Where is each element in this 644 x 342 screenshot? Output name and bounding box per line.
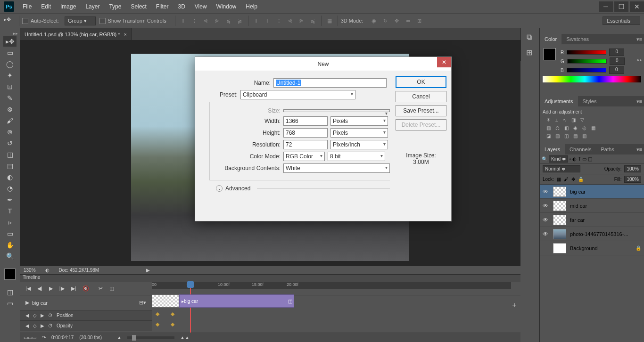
- width-unit-dropdown[interactable]: Pixels: [330, 116, 388, 126]
- split-icon[interactable]: ✂: [99, 285, 103, 292]
- document-tab[interactable]: Untitled-1.psd @ 130% (big car, RGB/8) *…: [20, 28, 132, 41]
- key-add-icon[interactable]: ◇: [33, 323, 37, 328]
- dodge-tool[interactable]: ◔: [3, 183, 17, 194]
- resolution-unit-dropdown[interactable]: Pixels/Inch: [330, 140, 388, 149]
- distribute-icon[interactable]: ⫴: [251, 16, 262, 26]
- next-frame-icon[interactable]: |▶: [59, 285, 65, 292]
- keyframe-icon[interactable]: ◆: [171, 311, 174, 317]
- stopwatch-icon[interactable]: ⏱: [48, 313, 53, 318]
- distribute-icon[interactable]: ⫹: [308, 16, 318, 26]
- zoom-tool[interactable]: 🔍: [3, 251, 17, 261]
- 3d-move-icon[interactable]: ✥: [391, 16, 402, 26]
- photo-filter-icon[interactable]: ◉: [573, 125, 578, 130]
- crop-tool[interactable]: ⊡: [3, 81, 17, 92]
- align-icon[interactable]: ⫷: [201, 16, 211, 26]
- color-bits-dropdown[interactable]: 8 bit: [328, 152, 385, 161]
- stopwatch-icon[interactable]: ⏱: [48, 323, 53, 328]
- timeline-ruler[interactable]: 00 00f 10:00f 15:00f 20:00f: [152, 282, 511, 289]
- distribute-icon[interactable]: ⫶: [274, 16, 284, 26]
- timeline-clip[interactable]: ▸ big car◫: [179, 294, 294, 308]
- dialog-close-button[interactable]: ✕: [437, 57, 451, 67]
- menu-help[interactable]: Help: [241, 0, 262, 13]
- align-icon[interactable]: ⫹: [223, 16, 234, 26]
- distribute-icon[interactable]: ⫷: [285, 16, 296, 26]
- auto-align-icon[interactable]: ▦: [324, 16, 335, 26]
- goto-last-icon[interactable]: ▶|: [71, 285, 76, 292]
- blend-mode-dropdown[interactable]: Normal ≑: [543, 165, 580, 172]
- tab-styles[interactable]: Styles: [578, 96, 602, 106]
- fill-field[interactable]: 100%: [624, 176, 641, 183]
- visibility-toggle-icon[interactable]: 👁: [543, 217, 549, 223]
- keyframe-icon[interactable]: ◆: [156, 321, 159, 327]
- transition-icon[interactable]: ◫: [109, 285, 114, 292]
- marquee-tool[interactable]: ▭: [3, 48, 17, 58]
- opacity-field[interactable]: 100%: [624, 165, 641, 172]
- thresh-icon[interactable]: ◫: [564, 133, 569, 138]
- layer-item[interactable]: Background🔒: [540, 241, 644, 255]
- align-icon[interactable]: ⫵: [178, 16, 189, 26]
- gradient-tool[interactable]: ▤: [3, 161, 17, 171]
- color-spectrum[interactable]: [543, 76, 641, 82]
- panel-menu-icon[interactable]: ▾≡: [635, 96, 644, 106]
- mixer-icon[interactable]: ◎: [582, 125, 586, 130]
- track-options-icon[interactable]: ⊟▾: [139, 300, 146, 306]
- properties-panel-icon[interactable]: ⊞: [523, 46, 536, 58]
- filter-kind-dropdown[interactable]: Kind ≑: [549, 155, 568, 163]
- keyframe-icon[interactable]: ◆: [156, 311, 159, 317]
- poster-icon[interactable]: ▨: [555, 133, 560, 138]
- visibility-toggle-icon[interactable]: 👁: [543, 188, 549, 195]
- menu-file[interactable]: File: [18, 0, 36, 13]
- hue-icon[interactable]: ▥: [546, 125, 551, 130]
- zoom-slider[interactable]: [127, 336, 174, 339]
- zoom-in-icon[interactable]: ▲▲: [180, 335, 190, 340]
- tab-adjustments[interactable]: Adjustments: [540, 96, 578, 106]
- zoom-level[interactable]: 130%: [24, 268, 36, 273]
- menu-image[interactable]: Image: [56, 0, 81, 13]
- panel-menu-icon[interactable]: ▾≡: [635, 34, 644, 44]
- advanced-toggle[interactable]: ⌄ Advanced: [216, 185, 390, 192]
- key-prev-icon[interactable]: ◀: [25, 313, 29, 318]
- type-tool[interactable]: T: [3, 206, 17, 216]
- layer-item[interactable]: 👁far car: [540, 213, 644, 227]
- tab-swatches[interactable]: Swatches: [561, 34, 594, 44]
- curves-icon[interactable]: ∿: [563, 117, 567, 122]
- filter-type-icon[interactable]: T: [578, 156, 581, 162]
- grad-map-icon[interactable]: ▤: [573, 133, 578, 138]
- lock-trans-icon[interactable]: ▦: [557, 177, 561, 182]
- color-mode-dropdown[interactable]: RGB Color: [283, 152, 325, 161]
- maximize-button[interactable]: ❐: [614, 1, 628, 12]
- tab-layers[interactable]: Layers: [540, 144, 565, 155]
- lock-all-icon[interactable]: 🔒: [578, 177, 584, 182]
- menu-view[interactable]: View: [190, 0, 212, 13]
- distribute-icon[interactable]: ⫸: [297, 16, 307, 26]
- width-input[interactable]: 1366: [283, 116, 328, 126]
- bw-icon[interactable]: ◧: [564, 125, 569, 130]
- add-track-button[interactable]: +: [510, 301, 519, 309]
- align-icon[interactable]: ⫸: [212, 16, 223, 26]
- auto-select-type-dropdown[interactable]: Group ▾: [65, 16, 96, 25]
- distribute-icon[interactable]: ⫵: [263, 16, 273, 26]
- menu-layer[interactable]: Layer: [81, 0, 104, 13]
- vibrance-icon[interactable]: ▽: [580, 117, 584, 122]
- quick-mask-icon[interactable]: ◫: [3, 287, 17, 297]
- b-value[interactable]: 0: [609, 66, 624, 74]
- b-slider[interactable]: [567, 68, 606, 73]
- height-input[interactable]: 768: [283, 128, 328, 138]
- filter-smart-icon[interactable]: ◫: [588, 156, 592, 162]
- close-button[interactable]: ✕: [630, 1, 644, 12]
- name-input[interactable]: Untitled-1: [273, 78, 387, 88]
- path-select-tool[interactable]: ▹: [3, 217, 17, 228]
- r-slider[interactable]: [567, 50, 606, 55]
- key-next-icon[interactable]: ▶: [41, 313, 44, 318]
- key-next-icon[interactable]: ▶: [41, 323, 44, 328]
- 3d-orbit-icon[interactable]: ◉: [369, 16, 379, 26]
- bal-icon[interactable]: ⚖: [555, 125, 560, 130]
- foreground-color-swatch[interactable]: [4, 269, 16, 280]
- tab-paths[interactable]: Paths: [596, 144, 619, 155]
- move-tool[interactable]: ▸✥: [3, 36, 17, 47]
- screen-mode-icon[interactable]: ▭: [3, 298, 17, 309]
- spot-heal-tool[interactable]: ⊗: [3, 104, 17, 114]
- auto-select-checkbox[interactable]: [22, 18, 28, 24]
- menu-type[interactable]: Type: [104, 0, 126, 13]
- layer-item[interactable]: 👁photo-1446770145316-...: [540, 227, 644, 241]
